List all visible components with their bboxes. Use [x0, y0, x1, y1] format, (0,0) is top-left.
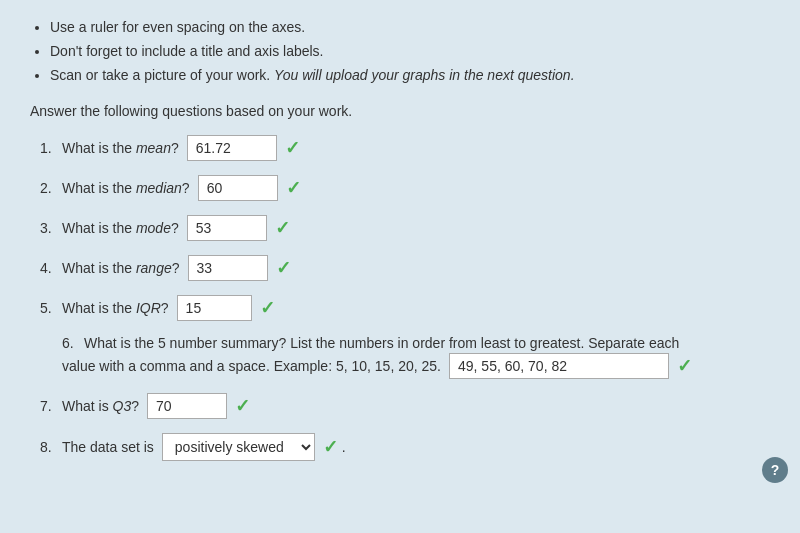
bullet-list: Use a ruler for even spacing on the axes…: [50, 16, 770, 87]
bullet-item-3: Scan or take a picture of your work. You…: [50, 64, 770, 88]
q6-check: ✓: [677, 355, 692, 377]
question-row-8: 8. The data set is positively skewed neg…: [40, 433, 770, 461]
q5-check: ✓: [260, 297, 275, 319]
questions-container: 1. What is the mean? ✓ 2. What is the me…: [40, 135, 770, 461]
q6-second-line: value with a comma and a space. Example:…: [62, 353, 770, 379]
question-row-2: 2. What is the median? ✓: [40, 175, 770, 201]
q2-number: 2.: [40, 180, 58, 196]
q2-input[interactable]: [198, 175, 278, 201]
q6-first-line: 6. What is the 5 number summary? List th…: [62, 335, 770, 351]
q8-check: ✓: [323, 436, 338, 458]
q6-second-line-text: value with a comma and a space. Example:…: [62, 358, 441, 374]
q2-check: ✓: [286, 177, 301, 199]
q6-number: 6.: [62, 335, 80, 351]
question-row-6: 6. What is the 5 number summary? List th…: [62, 335, 770, 379]
help-button[interactable]: ?: [762, 457, 788, 483]
question-row-5: 5. What is the IQR? ✓: [40, 295, 770, 321]
question-row-1: 1. What is the mean? ✓: [40, 135, 770, 161]
page-container: Use a ruler for even spacing on the axes…: [0, 0, 800, 495]
q4-text: What is the range?: [62, 260, 180, 276]
q7-number: 7.: [40, 398, 58, 414]
instructions-text: Answer the following questions based on …: [30, 103, 770, 119]
q4-input[interactable]: [188, 255, 268, 281]
q6-input[interactable]: [449, 353, 669, 379]
q8-text: The data set is: [62, 439, 154, 455]
q8-dropdown[interactable]: positively skewed negatively skewed symm…: [162, 433, 315, 461]
q5-input[interactable]: [177, 295, 252, 321]
q1-text: What is the mean?: [62, 140, 179, 156]
q4-number: 4.: [40, 260, 58, 276]
q7-input[interactable]: [147, 393, 227, 419]
question-row-4: 4. What is the range? ✓: [40, 255, 770, 281]
q3-number: 3.: [40, 220, 58, 236]
q2-text: What is the median?: [62, 180, 190, 196]
q1-check: ✓: [285, 137, 300, 159]
q8-number: 8.: [40, 439, 58, 455]
q8-dot: .: [342, 439, 346, 455]
bullet-item-1: Use a ruler for even spacing on the axes…: [50, 16, 770, 40]
question-row-3: 3. What is the mode? ✓: [40, 215, 770, 241]
q3-text: What is the mode?: [62, 220, 179, 236]
q1-input[interactable]: [187, 135, 277, 161]
bullet-item-2: Don't forget to include a title and axis…: [50, 40, 770, 64]
q7-check: ✓: [235, 395, 250, 417]
q3-check: ✓: [275, 217, 290, 239]
q3-input[interactable]: [187, 215, 267, 241]
q5-text: What is the IQR?: [62, 300, 169, 316]
question-row-7: 7. What is Q3? ✓: [40, 393, 770, 419]
q1-number: 1.: [40, 140, 58, 156]
q5-number: 5.: [40, 300, 58, 316]
q7-text: What is Q3?: [62, 398, 139, 414]
q6-first-line-text: What is the 5 number summary? List the n…: [84, 335, 679, 351]
q4-check: ✓: [276, 257, 291, 279]
